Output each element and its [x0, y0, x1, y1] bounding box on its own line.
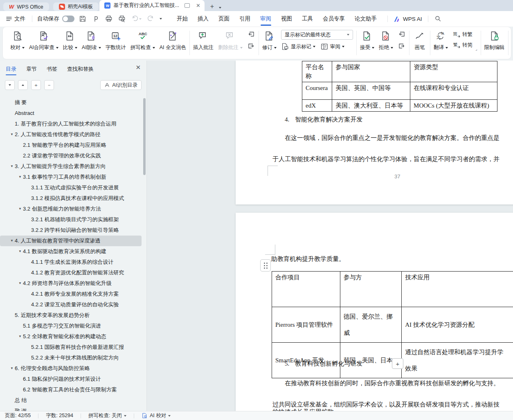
toc-item[interactable]: 4.2.1 教师专业发展的精准化支持方案: [0, 289, 142, 299]
toc-item[interactable]: 5.1 多模态学习交互的智能化演进: [0, 321, 142, 331]
show-markup-button[interactable]: 显示标记: [281, 43, 315, 51]
toc-item[interactable]: 4.1.1 学生成长监测体系的综合设计: [0, 257, 142, 267]
tab-list-dropdown-icon[interactable]: [219, 7, 221, 9]
toc-item[interactable]: 6.2 智能教育工具的社会责任与限制方案: [0, 384, 142, 395]
toc-zoom-in-button[interactable]: ＋: [31, 80, 41, 90]
menu-tab[interactable]: 插入: [193, 11, 214, 27]
toc-item[interactable]: 5.2.2 未来十年技术路线图的制定方向: [0, 353, 142, 363]
menu-tab[interactable]: 视图: [276, 11, 297, 27]
insert-row-plus-button[interactable]: +: [392, 358, 403, 369]
translate-button[interactable]: 文 A 翻译: [434, 30, 448, 51]
review-pane-button[interactable]: 审阅: [320, 43, 344, 51]
toc-item[interactable]: 2.2 课堂教学管理的效率优化实践: [0, 150, 142, 161]
document-area[interactable]: 平台名称参与国家资源类型Coursera美国、英国、中国等在线课程和专业认证ed…: [147, 61, 513, 411]
sidebar-scrollbar[interactable]: [143, 98, 146, 175]
tab-docer-templates[interactable]: 稻壳AI模板: [53, 2, 99, 11]
reject-revision-button[interactable]: 拒绝: [379, 30, 393, 51]
toc-item[interactable]: Abstract: [0, 108, 142, 119]
toc-item[interactable]: 5. 近期技术变革的发展趋势分析: [0, 310, 142, 321]
float-window-icon[interactable]: [184, 3, 190, 8]
toc-item[interactable]: 致 谢: [0, 406, 142, 411]
spell-check-button[interactable]: ABC 拼写检查: [130, 30, 155, 51]
toc-item[interactable]: 4.1.2 教育资源优化配置的智能算法研究: [0, 267, 142, 278]
previous-comment-button[interactable]: [247, 31, 255, 39]
collapse-arrow-icon[interactable]: ▼: [9, 363, 15, 374]
toc-item[interactable]: 1. 基于教育行业的人工智能技术的综合运用: [0, 119, 142, 129]
toc-item[interactable]: ▼5.2 全球教育智能化标准的构建动态: [0, 331, 142, 342]
ai-contract-review-button[interactable]: AI合同审查: [29, 30, 59, 51]
wps-ai-button[interactable]: WPS AI: [391, 16, 425, 22]
ai-polish-button[interactable]: AI 全文润色: [160, 30, 186, 51]
toc-collapse-up-button[interactable]: [18, 80, 28, 90]
collapse-arrow-icon[interactable]: ▼: [17, 172, 23, 182]
autosave-toggle[interactable]: [62, 16, 74, 22]
undo-button[interactable]: [130, 13, 143, 24]
table-drag-handle[interactable]: [260, 259, 271, 272]
menu-tab[interactable]: 会员专享: [318, 11, 350, 27]
spell-check-status[interactable]: 拼写检查: 关闭: [88, 412, 126, 419]
toc-expand-down-button[interactable]: [5, 80, 15, 90]
menu-tab[interactable]: 引用: [234, 11, 255, 27]
search-button[interactable]: [433, 13, 443, 24]
print-preview-button[interactable]: [117, 13, 127, 24]
close-tab-icon[interactable]: ✕: [196, 3, 200, 8]
accept-revision-button[interactable]: 接受: [360, 30, 374, 51]
insert-comment-button[interactable]: 插入批注: [193, 30, 214, 51]
toc-item[interactable]: ▼2. 人工智能改造传统教学模式的路径: [0, 129, 142, 140]
sidebar-tab[interactable]: 书签: [47, 65, 57, 73]
file-menu-button[interactable]: 文件: [2, 15, 29, 22]
next-revision-button[interactable]: [398, 43, 406, 51]
toc-item[interactable]: 5.2.1 国际教育科技合作的最新进展汇报: [0, 342, 142, 353]
next-comment-button[interactable]: [247, 43, 255, 51]
menu-tab[interactable]: 工具: [297, 11, 318, 27]
toc-item[interactable]: 6.1 隐私保护问题的技术对策设计: [0, 374, 142, 384]
quick-toolbar-dropdown[interactable]: [158, 17, 163, 21]
toc-item[interactable]: 摘 要: [0, 97, 142, 108]
page-indicator[interactable]: 页面: 42/55: [5, 412, 31, 419]
collapse-arrow-icon[interactable]: ▼: [9, 236, 15, 246]
toc-item[interactable]: 3.2.1 机器辅助项目式学习的实施框架: [0, 214, 142, 225]
collapse-arrow-icon[interactable]: ▼: [17, 331, 23, 342]
sidebar-tab[interactable]: 章节: [26, 65, 37, 73]
collapse-arrow-icon[interactable]: ▼: [9, 161, 15, 172]
menu-tab[interactable]: 论文助手: [350, 11, 382, 27]
ai-proofread-status[interactable]: AI 校对: [142, 412, 171, 419]
toc-zoom-out-button[interactable]: －: [44, 80, 54, 90]
toc-item[interactable]: 3.2.2 跨学科知识融合的智能引导策略: [0, 225, 142, 236]
ai-read-aloud-button[interactable]: AI朗读: [82, 30, 101, 51]
restrict-editing-button[interactable]: 限制编辑: [484, 30, 505, 51]
word-count-button[interactable]: 12 字数统计: [106, 30, 126, 51]
to-simplified-button[interactable]: 繁 转简: [452, 41, 473, 49]
proofread-button[interactable]: 校对: [10, 30, 25, 51]
collapse-arrow-icon[interactable]: ▼: [9, 129, 15, 140]
toc-item[interactable]: ▼3. 人工智能提升学生综合素养的新方向: [0, 161, 142, 172]
export-pdf-button[interactable]: [90, 13, 101, 24]
toc-item[interactable]: ▼4. 人工智能在教育管理中的深度渗透: [0, 236, 142, 246]
collapse-arrow-icon[interactable]: ▼: [17, 246, 23, 257]
compare-button[interactable]: 比较: [63, 30, 77, 51]
redo-button[interactable]: [145, 13, 156, 24]
previous-revision-button[interactable]: [398, 31, 406, 39]
sidebar-tab[interactable]: 目录: [6, 65, 16, 73]
translate-group-expand-icon[interactable]: ⌟: [475, 47, 477, 51]
toc-item[interactable]: ▼4.1 数据驱动型教育决策系统的构建: [0, 246, 142, 257]
sidebar-tab[interactable]: 查找和替换: [67, 65, 94, 73]
toc-item[interactable]: ▼3.1 叙事性学习工具的培养机制创新: [0, 172, 142, 182]
toc-item[interactable]: 2.1 智能教学平台的构建与应用策略: [0, 140, 142, 150]
menu-tab[interactable]: 审阅: [255, 11, 276, 27]
tab-wps-office[interactable]: W WPS Office: [3, 2, 49, 11]
markup-state-select[interactable]: 显示标记的最终状态: [281, 30, 353, 40]
ai-recognize-toc-button[interactable]: AI识别目录: [100, 80, 142, 90]
new-tab-icon[interactable]: +: [210, 3, 214, 10]
print-button[interactable]: [104, 13, 114, 24]
ink-pen-button[interactable]: 画笔: [413, 30, 427, 51]
menu-tab[interactable]: 开始: [172, 11, 193, 27]
toc-item[interactable]: 总 结: [0, 395, 142, 406]
save-button[interactable]: [77, 13, 88, 24]
close-sidebar-icon[interactable]: ✕: [135, 64, 141, 71]
to-traditional-button[interactable]: 简 转繁: [452, 30, 473, 38]
delete-comment-button[interactable]: 删除批注: [218, 30, 243, 51]
word-count-indicator[interactable]: 字数: 25294: [46, 412, 73, 419]
toc-item[interactable]: ▼4.2 师资培养与评估体系的智能化升级: [0, 278, 142, 289]
track-changes-button[interactable]: 修订: [262, 30, 277, 51]
